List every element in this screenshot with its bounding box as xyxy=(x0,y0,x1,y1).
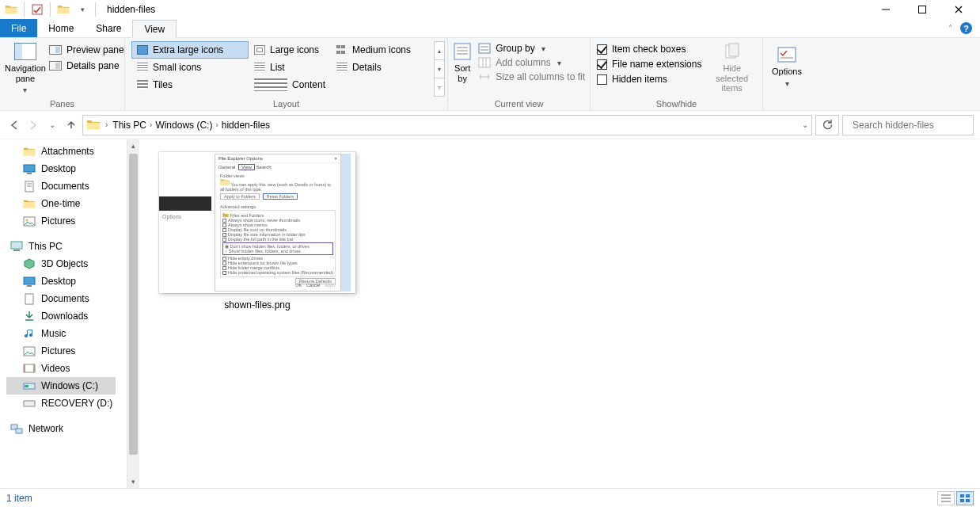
qat-properties-icon[interactable] xyxy=(29,2,45,17)
ribbon-collapse-icon[interactable]: ˄ xyxy=(948,24,952,32)
svg-rect-12 xyxy=(479,58,490,67)
chevron-right-icon[interactable]: › xyxy=(105,120,108,129)
tree-item[interactable]: RECOVERY (D:) xyxy=(6,395,127,412)
chevron-down-icon xyxy=(785,78,789,89)
svg-rect-32 xyxy=(25,294,33,304)
titlebar: ▾ hidden-files xyxy=(0,0,980,19)
tree-item[interactable]: Desktop xyxy=(6,160,127,177)
svg-rect-39 xyxy=(25,385,28,387)
search-input[interactable] xyxy=(853,120,971,131)
tab-home[interactable]: Home xyxy=(37,19,85,37)
tree-scrollbar[interactable]: ▴ ▾ xyxy=(127,139,139,488)
tree-item[interactable]: Videos xyxy=(6,360,127,377)
tree-item[interactable]: One-time xyxy=(6,195,127,212)
navigation-pane-label: Navigation pane xyxy=(5,63,46,83)
layout-icon xyxy=(254,45,265,55)
ribbon-group-label: Panes xyxy=(5,98,120,110)
main-area: Attachments Desktop Documents One-time P… xyxy=(0,139,980,488)
music-icon xyxy=(22,327,36,340)
chevron-right-icon[interactable]: › xyxy=(150,120,152,129)
qat-customize-dropdown[interactable]: ▾ xyxy=(74,2,90,17)
breadcrumb-item[interactable]: This PC › xyxy=(112,120,152,131)
view-large-icons-button[interactable] xyxy=(956,491,974,505)
address-history-dropdown[interactable]: ⌄ xyxy=(802,120,808,129)
file-name-extensions-toggle[interactable]: File name extensions xyxy=(595,59,701,70)
tree-item-selected[interactable]: Windows (C:) xyxy=(6,377,116,395)
svg-rect-30 xyxy=(24,277,35,284)
folder-icon xyxy=(86,119,101,131)
refresh-button[interactable] xyxy=(815,115,839,135)
tree-item[interactable]: Desktop xyxy=(6,273,127,290)
tree-item-network[interactable]: Network xyxy=(6,420,127,437)
svg-rect-29 xyxy=(13,250,20,251)
back-button[interactable] xyxy=(6,116,22,135)
add-columns-button[interactable]: Add columns xyxy=(475,57,585,68)
tree-item-this-pc[interactable]: This PC xyxy=(6,238,127,255)
tree-item[interactable]: Pictures xyxy=(6,342,127,360)
chevron-down-icon xyxy=(556,57,561,68)
ribbon-group-panes: Navigation pane Preview pane Details pan… xyxy=(0,38,125,110)
close-button[interactable] xyxy=(940,0,977,19)
svg-rect-35 xyxy=(24,364,35,372)
breadcrumb-item[interactable]: Windows (C:) › xyxy=(155,120,218,131)
up-button[interactable] xyxy=(63,116,79,135)
maximize-button[interactable] xyxy=(904,0,940,19)
preview-pane-button[interactable]: Preview pane xyxy=(49,44,124,55)
help-icon[interactable]: ? xyxy=(960,22,972,34)
layout-large-icons[interactable]: Large icons xyxy=(249,41,331,59)
layout-small-icons[interactable]: Small icons xyxy=(131,59,249,76)
tree-item[interactable]: Documents xyxy=(6,290,127,307)
layout-list[interactable]: List xyxy=(249,59,331,76)
svg-point-27 xyxy=(26,219,28,221)
layout-extra-large-icons[interactable]: Extra large icons xyxy=(131,41,249,59)
tree-item[interactable]: Downloads xyxy=(6,307,127,325)
layout-details[interactable]: Details xyxy=(331,59,429,76)
tree-item[interactable]: Attachments xyxy=(6,143,127,160)
ribbon-group-options: Options xyxy=(763,38,811,110)
chevron-right-icon[interactable]: › xyxy=(215,120,218,129)
ribbon-tabs: File Home Share View ˄ ? xyxy=(0,19,980,38)
tree-item[interactable]: Pictures xyxy=(6,212,127,230)
tab-view[interactable]: View xyxy=(132,20,177,38)
tree-item[interactable]: 3D Objects xyxy=(6,255,127,273)
address-bar[interactable]: › This PC › Windows (C:) › hidden-files … xyxy=(82,115,812,135)
group-by-button[interactable]: Group by xyxy=(475,43,585,54)
sort-by-button[interactable]: Sort by xyxy=(453,40,472,98)
file-item[interactable]: Options File Explorer Options× General V… xyxy=(158,152,356,311)
breadcrumb-item[interactable]: hidden-files xyxy=(222,120,270,131)
minimize-button[interactable] xyxy=(868,0,904,19)
layout-medium-icons[interactable]: Medium icons xyxy=(331,41,429,59)
search-box[interactable] xyxy=(842,115,974,135)
ribbon-group-show-hide: Item check boxes File name extensions Hi… xyxy=(591,38,763,110)
item-checkboxes-toggle[interactable]: Item check boxes xyxy=(595,44,701,55)
options-button[interactable]: Options xyxy=(768,43,806,108)
forward-button[interactable] xyxy=(25,116,41,135)
ribbon-group-current-view: Sort by Group by Add columns Size all co… xyxy=(448,38,591,110)
navigation-tree[interactable]: Attachments Desktop Documents One-time P… xyxy=(0,139,127,488)
tree-quick-access: Attachments Desktop Documents One-time P… xyxy=(6,143,127,230)
details-pane-label: Details pane xyxy=(66,60,120,71)
separator xyxy=(24,2,25,17)
qat-explorer-icon[interactable] xyxy=(55,2,71,17)
size-all-columns-button[interactable]: Size all columns to fit xyxy=(475,71,585,82)
recent-locations-button[interactable]: ⌄ xyxy=(44,116,60,135)
tree-item[interactable]: Music xyxy=(6,325,127,342)
file-name-label: shown-files.png xyxy=(224,299,290,311)
svg-rect-5 xyxy=(454,44,470,59)
svg-rect-37 xyxy=(33,364,35,372)
hide-selected-items-button[interactable]: Hide selected items xyxy=(706,40,758,98)
tree-item[interactable]: Documents xyxy=(6,177,127,195)
details-pane-button[interactable]: Details pane xyxy=(49,60,124,71)
navigation-pane-button[interactable]: Navigation pane xyxy=(5,40,46,98)
checkbox-icon xyxy=(597,59,607,70)
view-details-button[interactable] xyxy=(937,491,955,505)
tab-share[interactable]: Share xyxy=(85,19,132,37)
file-list[interactable]: Options File Explorer Options× General V… xyxy=(139,139,980,488)
layout-icon xyxy=(137,80,148,90)
layout-gallery-scroll[interactable]: ▴▾▿ xyxy=(434,41,445,97)
tree-network: Network xyxy=(6,420,127,437)
layout-tiles[interactable]: Tiles xyxy=(131,76,249,93)
layout-content[interactable]: Content xyxy=(249,76,331,93)
hidden-items-toggle[interactable]: Hidden items xyxy=(595,74,701,85)
tab-file[interactable]: File xyxy=(0,19,37,37)
